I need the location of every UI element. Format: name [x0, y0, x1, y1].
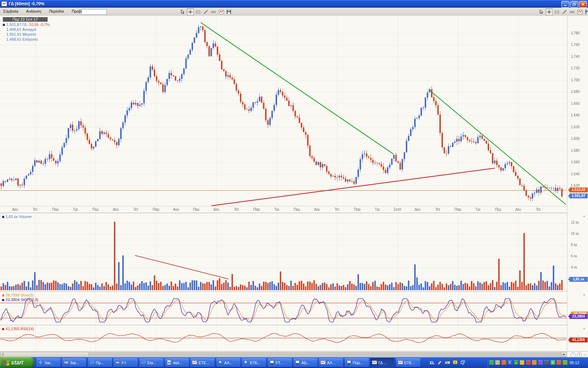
restore-button[interactable] — [570, 1, 578, 8]
stochastic-sto-header: 23,3804 StO(5,3,3) — [2, 298, 38, 302]
taskbar-button-6[interactable]: Wdail... — [165, 358, 189, 367]
price-chart-canvas[interactable] — [0, 16, 567, 206]
chart-tool-icon[interactable] — [218, 8, 225, 15]
volume-chart-canvas[interactable] — [0, 213, 567, 291]
pointer-tool-icon[interactable] — [538, 8, 545, 15]
taskbar-button-label: ΕΤΕ... — [198, 361, 209, 365]
stochastic-close-icon[interactable]: ✕ — [583, 293, 586, 297]
stoch-axis-tag: 23,3804 — [569, 314, 588, 319]
monitor-icon — [346, 360, 351, 366]
taskbar-button-11[interactable]: Αξι... — [293, 358, 317, 367]
sto-bullet-icon — [2, 299, 4, 301]
menu-symbols[interactable]: Σύμβολα — [0, 8, 21, 16]
x-axis-label: Τετ — [133, 207, 138, 211]
globe-icon[interactable] — [544, 360, 549, 365]
region-tool-icon[interactable] — [195, 8, 202, 15]
scroll-right-arrow[interactable]: ► — [561, 352, 567, 357]
x-axis-label: Παρ — [455, 207, 461, 211]
volume-axis-label: 12 εκ — [571, 220, 579, 224]
taskbar-button-15[interactable]: ΕΤΕ... — [396, 358, 420, 367]
taskbar-button-4[interactable]: F:\ — [113, 358, 138, 367]
price-axis-label: 1.700 — [571, 78, 580, 82]
volume-axis-label: 8 εκ — [571, 243, 577, 247]
price-panel: Πεμ 23 Σεπ 17 1.501,87 ΓΔ -10,55 -0,7% 1… — [0, 16, 567, 206]
network-error-icon[interactable]: x — [514, 360, 518, 365]
close-button[interactable] — [579, 1, 587, 8]
dashed-line-tool-icon[interactable] — [569, 8, 576, 15]
rsi-chart-canvas[interactable] — [0, 325, 567, 351]
taskbar-button-10[interactable]: FT... — [268, 358, 292, 367]
scrollbar-thumb[interactable] — [3, 352, 89, 357]
save-tool-icon[interactable] — [225, 8, 232, 15]
zoom-in-button[interactable]: + — [577, 352, 582, 357]
quote-info-panel: Πεμ 23 Σεπ 17 1.501,87 ΓΔ -10,55 -0,7% 1… — [3, 17, 50, 41]
zoom-out-button[interactable]: − — [570, 352, 576, 357]
pen-icon[interactable] — [437, 360, 442, 366]
volume-close-icon[interactable]: ✕ — [583, 215, 586, 218]
security-shield-icon[interactable]: ! — [520, 360, 524, 365]
antispy-icon[interactable]: S — [551, 360, 555, 365]
minimize-button[interactable] — [561, 1, 569, 8]
title-bar: ΓΔ [60min] -0,70% — [0, 0, 588, 8]
svg-text:W: W — [168, 361, 171, 364]
taskbar-button-2[interactable]: Sar... — [62, 358, 86, 367]
mail-icon[interactable] — [526, 360, 531, 365]
pointer-tool-icon[interactable] — [179, 8, 186, 15]
horizontal-scrollbar[interactable]: ◄ ► — [0, 352, 567, 357]
taskbar-button-5[interactable]: Στα... — [139, 358, 163, 367]
last-price-tag: 1.501,87 — [569, 193, 588, 198]
trendline-tool-icon[interactable] — [202, 8, 209, 15]
region-tool-icon[interactable] — [553, 8, 560, 15]
menu-analysis[interactable]: Ανάλυση — [23, 8, 44, 16]
zoom-fit-button[interactable]: ↔ — [583, 352, 587, 357]
java-icon[interactable] — [502, 360, 506, 365]
taskbar-button-1[interactable]: Sar... — [36, 358, 61, 367]
taskbar-button-13[interactable]: Παρ... — [345, 358, 369, 367]
flag-icon[interactable] — [532, 360, 537, 365]
dashed-line-tool-icon[interactable] — [210, 8, 217, 15]
menu-periods[interactable]: Περίοδοι — [46, 8, 67, 16]
rsi-header: 41,1355 RSI(14) — [2, 327, 34, 331]
stochastic-chart-canvas[interactable] — [0, 292, 567, 325]
r-app-icon[interactable]: R — [507, 360, 512, 365]
x-axis-label: Τετ — [234, 207, 239, 211]
taskbar-button-9[interactable]: ΕΤΕ... — [242, 358, 266, 367]
taskbar: start EL ? Rx!S 05:12 Sar...Sar...Πρ...F… — [0, 357, 588, 368]
vm-icon[interactable] — [556, 360, 561, 365]
chart-tool-icon[interactable] — [576, 8, 583, 15]
taskbar-button-label: ΑΛ... — [327, 361, 335, 365]
low-label: Ελάχιστο — [22, 37, 38, 41]
updater-icon[interactable] — [489, 360, 494, 365]
taskbar-button-3[interactable]: Πρ... — [88, 358, 112, 367]
x-axis-label: Τρι — [375, 207, 380, 211]
taskbar-button-12[interactable]: ΑΛ... — [319, 358, 343, 367]
rsi-close-icon[interactable]: ✕ — [583, 327, 586, 330]
rsi-axis-tag: 41,1355 — [569, 338, 588, 342]
trendline-tool-icon[interactable] — [561, 8, 568, 15]
taskbar-button-14[interactable]: ΓΔ ... — [370, 358, 394, 367]
audio-icon[interactable] — [495, 360, 500, 365]
volume-axis-tag: 1,81 εκ — [569, 277, 588, 282]
volume-panel: 1,81 εκ Volume — [0, 213, 567, 292]
x-axis-label: Δευ — [214, 207, 219, 211]
language-indicator[interactable]: EL — [430, 361, 435, 365]
window-title: ΓΔ [60min] -0,70% — [9, 1, 44, 6]
taskbar-button-7[interactable]: ΕΤΕ... — [190, 358, 215, 367]
keyboard-icon[interactable] — [444, 360, 450, 366]
restore-toolbar-icon[interactable] — [460, 360, 465, 366]
series-bullet-icon — [3, 24, 5, 26]
start-button[interactable]: start — [0, 357, 34, 368]
messenger-icon[interactable] — [538, 360, 543, 365]
price-axis-gutter: 28,7599 1.512,42 1.501,87 1,81 εκ 23,380… — [567, 16, 588, 351]
price-axis-label: 1.760 — [571, 43, 580, 47]
taskbar-button-label: Πρ... — [96, 361, 104, 365]
taskbar-button-8[interactable]: ΑΛ... — [216, 358, 240, 367]
crosshair-tool-icon[interactable] — [546, 8, 553, 15]
help-icon[interactable]: ? — [452, 360, 458, 366]
crosshair-tool-icon[interactable] — [187, 8, 194, 15]
open-label: Άνοιγμα — [22, 27, 36, 32]
gpu-icon[interactable] — [563, 360, 567, 365]
symbol-input[interactable] — [82, 9, 107, 15]
x-axis-label: Τρι — [274, 207, 279, 211]
save-tool-icon[interactable] — [584, 8, 588, 15]
